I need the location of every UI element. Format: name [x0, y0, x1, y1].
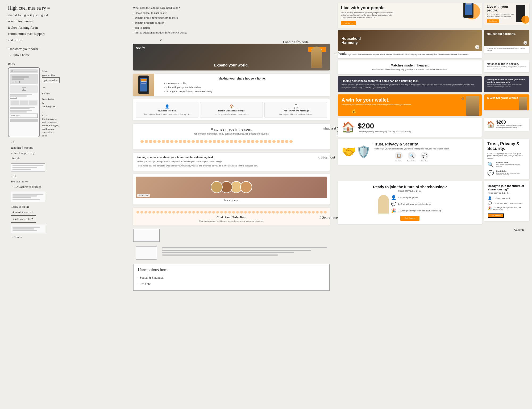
finding-section: Finding someone to share your home can b…	[133, 153, 330, 170]
matches-thumbnail: Matches made in heaven. With interest ba…	[484, 60, 529, 72]
live-people-cta-button[interactable]: Get Started	[341, 21, 356, 25]
feature-cards-container: 👤 Qualified Profiles Lorem ipsum dolor s…	[133, 99, 330, 120]
household-thumb-title: Household harmony.	[487, 32, 527, 35]
list-safe-icon: 📋	[395, 152, 403, 160]
footer-note: → Footer	[11, 235, 122, 239]
join-get-started-button[interactable]: Get Started	[400, 216, 420, 221]
search-label-area: Search	[338, 228, 529, 232]
matches-section-wrapper: what is it? ∫ Matches made in heaven. Yo…	[133, 124, 330, 149]
friends-section: flat by renta Friends 4 ever.	[133, 174, 330, 204]
bottom-wireframe-box	[133, 229, 160, 242]
trust-badge-list: 📋 List Safe.	[395, 152, 403, 162]
join-thumb-step-2: 💬 2. Chat with your potential matches	[488, 201, 526, 205]
matches-thumb-desc: With interest based matching, say goodby…	[487, 66, 527, 70]
hero-mockup-card: renta Get Started Expand your world.	[133, 44, 330, 70]
household-thumb-desc-area: To match you with a sharemate based on y…	[484, 46, 529, 53]
process-steps-list: 1. Create your profile 2. Chat with your…	[159, 82, 326, 93]
savings-thumbnail: 🏠 $200 The average weekly rent savings b…	[484, 118, 529, 131]
matches-mockup-card: Matches made in heaven. You contain mult…	[133, 124, 330, 149]
trust-section: 🤝🛡️ Trust, Privacy & Security. Renta kee…	[338, 139, 482, 165]
finding-subtitle: What if you don't get along? What if the…	[137, 160, 326, 163]
list-safe-label: List Safe.	[396, 160, 402, 162]
finding-section-wrapper: ∂ Flush out Finding someone to share you…	[133, 153, 330, 170]
row-savings: 🏠 $200 The average weekly rent savings b…	[338, 118, 529, 137]
features-mockup-card: 👤 Qualified Profiles Lorem ipsum dolor s…	[133, 99, 330, 120]
chat-safe-icon: 💬	[421, 152, 429, 160]
matches-title: Matches made in heaven.	[137, 127, 326, 131]
savings-desc: The average weekly rent savings by switc…	[358, 130, 412, 133]
live-people-phone-mockup	[463, 3, 473, 18]
finding-section-right: Finding someone to share your home can b…	[338, 76, 482, 92]
join-step-1-row: 👤 1. Create your profile	[391, 195, 441, 200]
live-thumb-orange-dot	[521, 16, 529, 24]
live-thumb-cta-button[interactable]: Get Started	[487, 19, 499, 23]
chat-safe-thumb-icon: 💬	[487, 170, 494, 176]
finding-title: Finding someone to share your home can b…	[137, 156, 326, 159]
live-thumb-phone-area	[516, 5, 527, 22]
join-step-3-row: 🎉 3. Arrange an inspection and start cel…	[391, 208, 441, 213]
trust-title: Trust, Privacy & Security.	[374, 142, 450, 147]
process-content: Making your share house a home. 1. Creat…	[133, 74, 330, 96]
flat-by-renta-label: flat by renta	[137, 194, 150, 197]
chat-dots-grid	[136, 211, 327, 214]
trust-main-card: 🤝🛡️ Trust, Privacy & Security. Renta kee…	[338, 139, 482, 165]
household-thumb-desc: To match you with a sharemate based on y…	[487, 48, 527, 52]
row-matches: Matches made in heaven. With interest ba…	[338, 60, 529, 74]
process-phone-area	[133, 74, 154, 96]
join-thumb-button[interactable]: Get Started	[488, 213, 504, 218]
cta-wireframe	[10, 107, 38, 112]
trust-content-area: Trust, Privacy & Security. Renta keeps y…	[374, 142, 450, 162]
household-overlay: Household Harmony.	[338, 30, 482, 51]
trust-item-chat: 💬 Chat Safe. Chat is built-in and separa…	[487, 170, 526, 176]
thumb-step-2-text: 2. Chat with your potential matches	[493, 202, 522, 204]
trust-thumbnail: Trust, Privacy & Security. Renta keeps y…	[484, 139, 529, 179]
process-mockup-card: Making your share house a home. 1. Creat…	[133, 74, 330, 96]
row-join: Ready to join the future of sharehousing…	[338, 181, 529, 224]
wireframe-section: get started ▶ →	[8, 67, 122, 137]
wallet-thumb-person	[519, 97, 527, 110]
notes-text: shared living is it just a good way to i…	[8, 12, 122, 43]
search-safe-thumb-desc: Your profile is hidden from search engin…	[496, 164, 526, 167]
annotation-arrow-1: →	[42, 85, 122, 90]
trust-thumb-title: Trust, Privacy & Security.	[487, 141, 526, 151]
lines-wireframe	[162, 246, 327, 256]
household-title: Household Harmony.	[342, 37, 478, 45]
savings-thumb-text: $200 The average weekly rent savings by …	[496, 120, 527, 128]
heading-title: High cuel mes sa ry =	[8, 5, 122, 11]
live-thumb-title: Live with your people.	[487, 5, 514, 12]
search-label: Search	[514, 228, 524, 232]
trust-item-search-info: Search Safe. Your profile is hidden from…	[496, 161, 526, 167]
chat-mockup-card: Chat. Fast. Safe. Fun. Chat thats secure…	[133, 208, 330, 226]
chat-safe-label: Chat Safe.	[421, 160, 428, 162]
matches-subtitle: You contain multitudes. They contain mul…	[137, 132, 326, 135]
ready-note: Ready to j n the future of shared n ? cl…	[11, 204, 122, 223]
hero-mockup-section: renta Get Started Expand your world. ← h…	[133, 44, 330, 70]
row-wallet: A win for your wallet. Save money and ea…	[338, 94, 529, 116]
features-section-wrapper: 👤 Qualified Profiles Lorem ipsum dolor s…	[133, 99, 330, 120]
join-title: Ready to join the future of sharehousing…	[342, 185, 478, 189]
celebrate-icon: 🎉	[391, 208, 396, 213]
live-people-section: Live with your people. This is the app t…	[338, 3, 482, 28]
join-step-2-row: 💬 2. Chat with your potential matches	[391, 202, 441, 207]
thumb-profile-icon: 👤	[488, 196, 492, 200]
feature-2-title: Best in Class Hous Range	[202, 110, 260, 112]
v2-note: v 2. gain fncl flexibility within + impr…	[11, 140, 122, 161]
matches-right-desc: With interest based matching, say goodby…	[342, 68, 478, 71]
wallet-thumb-content: A win for your wallet.	[484, 94, 529, 110]
savings-content-area: $200 The average weekly rent savings by …	[358, 122, 412, 133]
chat-safe-thumb-desc: Chat is built-in and separate from perso…	[496, 172, 526, 176]
trust-badge-search: 🔍 Search Safe.	[407, 152, 416, 162]
top-annotation: What does the landing page need to do? -…	[133, 5, 192, 35]
finding-main-card: Finding someone to share your home can b…	[338, 76, 482, 92]
matches-section: Matches made in heaven. You contain mult…	[133, 124, 330, 149]
finding-thumb-desc: What if you don't get along? Renta helps…	[487, 84, 527, 88]
renta-hero-section: renta Get Started Expand your world.	[133, 44, 330, 70]
savings-main-card: 🏠 $200 The average weekly rent savings b…	[338, 118, 482, 137]
hero-person-image	[309, 47, 325, 70]
row-household: Household Harmony. ▶ To match you with a…	[338, 30, 529, 58]
trust-thumb-content: Trust, Privacy & Security. Renta keeps y…	[484, 139, 529, 179]
annotation-v1: ↓ v p 1. li e it heaven is with yr inter…	[42, 111, 122, 137]
household-thumb-text: Household harmony.	[487, 32, 527, 35]
friends-photo: flat by renta	[136, 177, 327, 198]
process-phone-mockup	[138, 76, 149, 94]
